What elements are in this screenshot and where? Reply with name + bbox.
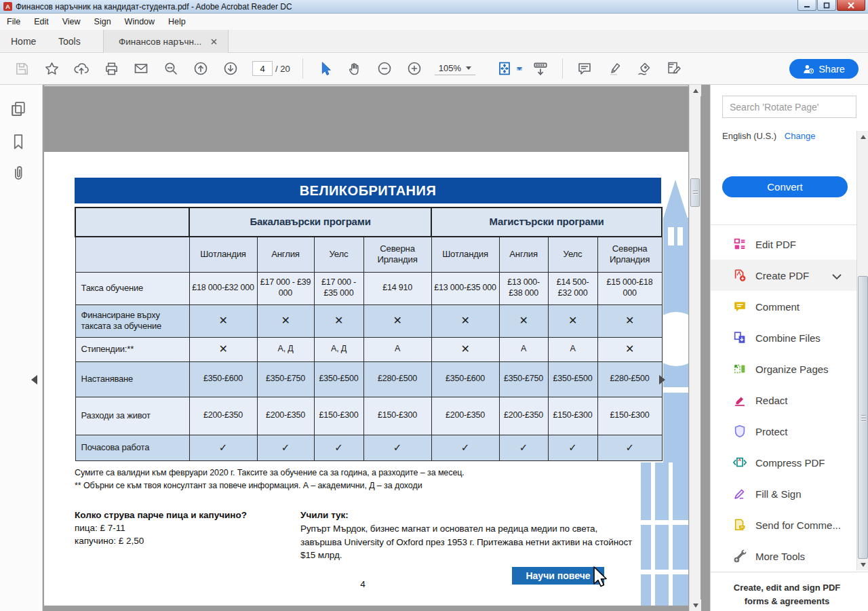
table-cell: £150-£300	[597, 397, 662, 435]
compress-pdf-icon	[732, 455, 747, 470]
tab-tools[interactable]: Tools	[49, 30, 90, 53]
main-area: ВЕЛИКОБРИТАНИЯ Бакалавърски програми Маг…	[0, 85, 868, 611]
table-cell: ✕	[597, 337, 662, 361]
country-banner: ВЕЛИКОБРИТАНИЯ	[75, 178, 661, 203]
table-cell: £13 000-£38 000	[499, 272, 548, 304]
hand-tool-icon[interactable]	[346, 60, 363, 77]
scroll-down-icon[interactable]	[690, 599, 701, 611]
table-cell: £14 910	[363, 272, 431, 304]
column-header: Шотландия	[189, 237, 257, 272]
document-scrollbar-thumb[interactable]	[690, 178, 700, 207]
pizza-price: пица: £ 7-11	[75, 523, 278, 533]
fit-page-icon[interactable]	[496, 60, 513, 77]
select-tool-icon[interactable]	[316, 60, 334, 77]
tab-home[interactable]: Home	[1, 30, 45, 53]
tool-fill-sign[interactable]: Fill & Sign	[711, 478, 856, 509]
pdf-page: ВЕЛИКОБРИТАНИЯ Бакалавърски програми Маг…	[44, 85, 688, 606]
send-comments-icon	[732, 517, 747, 532]
column-header: Англия	[499, 237, 548, 272]
bookmarks-icon[interactable]	[9, 132, 28, 151]
search-icon[interactable]	[162, 60, 180, 77]
email-icon[interactable]	[132, 60, 150, 77]
tool-send-for-comments[interactable]: Send for Comme...	[711, 509, 856, 540]
table-cell: £200-£350	[499, 397, 548, 435]
page-number-input[interactable]	[252, 61, 273, 76]
share-button[interactable]: Share	[789, 59, 859, 79]
note-scholarships: ** Обърни се към твоя консултант за пове…	[75, 481, 422, 490]
redact-icon	[732, 393, 747, 408]
tool-combine-files[interactable]: Combine Files	[711, 322, 856, 353]
table-cell: £200-£350	[257, 397, 314, 435]
table-cell: £350-£600	[431, 361, 499, 397]
table-cell	[75, 208, 189, 237]
tool-comment[interactable]: Comment	[711, 291, 856, 322]
tools-panel: English (U.S.) Change Convert Edit PDF C…	[710, 85, 868, 611]
zoom-out-icon[interactable]	[376, 60, 393, 77]
panel-footer-line2: forms & agreements	[711, 595, 863, 608]
table-cell: £17 000 - £39 000	[257, 272, 314, 304]
comment-icon[interactable]	[576, 60, 593, 77]
document-scrollbar[interactable]	[689, 85, 701, 611]
tool-edit-pdf[interactable]: Edit PDF	[711, 229, 856, 260]
menu-file[interactable]: File	[0, 14, 27, 30]
page-thumbnails-icon[interactable]	[9, 100, 28, 119]
panel-scrollbar[interactable]	[856, 131, 868, 570]
collapse-left-arrow-icon[interactable]	[31, 375, 37, 385]
table-cell	[75, 237, 189, 272]
print-icon[interactable]	[102, 60, 120, 77]
tab-close-icon[interactable]	[211, 39, 217, 45]
scroll-up-icon[interactable]	[690, 85, 701, 96]
table-cell: ✕	[431, 304, 499, 337]
create-pdf-icon	[732, 268, 747, 283]
save-icon[interactable]	[13, 60, 31, 77]
tools-search-input[interactable]	[722, 96, 856, 118]
table-cell: £14 500-£32 000	[548, 272, 597, 304]
row-label: Стипендии:**	[75, 337, 189, 361]
column-header: Северна Ирландия	[597, 237, 662, 272]
previous-page-icon[interactable]	[192, 60, 210, 77]
tool-compress-pdf[interactable]: Compress PDF	[711, 447, 856, 478]
zoom-level-dropdown[interactable]: 105%	[435, 62, 475, 75]
language-change-link[interactable]: Change	[785, 131, 816, 141]
table-cell: £200-£350	[189, 397, 257, 435]
scroll-up-icon[interactable]	[857, 131, 868, 142]
close-button[interactable]	[837, 0, 865, 11]
minimize-button[interactable]	[797, 0, 816, 11]
convert-button[interactable]: Convert	[722, 176, 848, 197]
table-cell: ✕	[363, 304, 431, 337]
next-page-icon[interactable]	[222, 60, 239, 77]
fit-page-chevron-icon[interactable]	[517, 67, 522, 71]
zoom-in-icon[interactable]	[406, 60, 423, 77]
highlighter-icon[interactable]	[606, 60, 623, 77]
sign-pen-icon[interactable]	[635, 60, 653, 77]
table-cell: ✕	[257, 304, 314, 337]
star-icon[interactable]	[43, 60, 60, 77]
upload-cloud-icon[interactable]	[73, 60, 90, 77]
left-sidebar	[0, 85, 43, 611]
menu-view[interactable]: View	[56, 14, 87, 30]
tool-organize-pages[interactable]: Organize Pages	[711, 353, 856, 385]
table-cell: £350-£750	[499, 361, 548, 397]
tool-more-tools[interactable]: More Tools	[711, 540, 856, 572]
toolbar-display-icon[interactable]	[532, 60, 549, 77]
tool-create-pdf[interactable]: Create PDF	[711, 260, 856, 291]
table-cell: £13 000-£35 000	[431, 272, 499, 304]
learn-more-button[interactable]: Научи повече	[512, 567, 604, 585]
table-cell: ✕	[189, 337, 257, 361]
expand-right-arrow-icon[interactable]	[659, 375, 665, 385]
forms-edit-icon[interactable]	[665, 60, 683, 77]
panel-scrollbar-thumb[interactable]	[858, 276, 868, 559]
tool-protect[interactable]: Protect	[711, 416, 856, 447]
table-cell: £350-£600	[189, 361, 257, 397]
attachments-icon[interactable]	[9, 163, 28, 182]
toolbar-divider	[562, 58, 563, 79]
menu-sign[interactable]: Sign	[87, 14, 118, 30]
menu-edit[interactable]: Edit	[27, 14, 56, 30]
tool-redact[interactable]: Redact	[711, 385, 856, 416]
chevron-down-icon[interactable]	[832, 271, 842, 283]
maximize-button[interactable]	[817, 0, 836, 11]
tab-document[interactable]: Финансов наръчн...	[103, 30, 229, 53]
menu-window[interactable]: Window	[118, 14, 161, 30]
menu-help[interactable]: Help	[161, 14, 193, 30]
scroll-down-icon[interactable]	[857, 559, 868, 570]
